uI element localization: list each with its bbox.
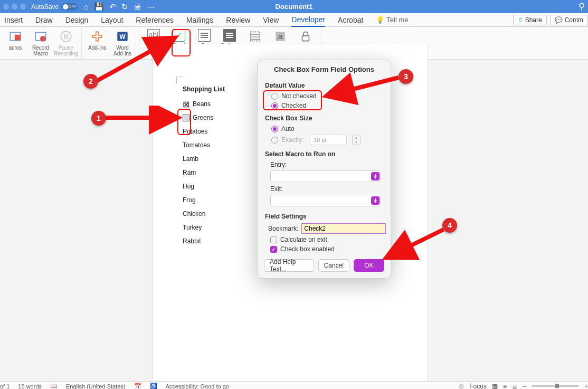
list-item-label: Lamb <box>183 155 198 163</box>
list-item[interactable]: Chicken <box>183 207 225 221</box>
titlebar: AutoSave OFF ⌂ 💾 ↶ ↻ 🖶 ⋯ Document1 ⚲ <box>0 0 588 13</box>
more-icon[interactable]: ⋯ <box>147 2 155 12</box>
list-item-label: Chicken <box>183 210 205 217</box>
bookmark-input[interactable] <box>301 223 386 234</box>
size-number-input[interactable]: 10 pt <box>310 135 347 145</box>
tab-mailings[interactable]: Mailings <box>186 14 213 26</box>
toggle-off-icon[interactable]: OFF <box>62 3 78 11</box>
list-item-label: Turkey <box>183 224 202 231</box>
entry-select[interactable]: ▴▾ <box>270 170 381 182</box>
tab-developer[interactable]: Developer <box>291 13 325 27</box>
pause-recording-button: Pause Recording <box>55 29 77 56</box>
list-item[interactable]: Rabbit <box>183 234 225 248</box>
annotation-redbox-default-value <box>263 90 322 110</box>
status-accessibility[interactable]: Accessibility: Good to go <box>166 383 229 390</box>
tab-view[interactable]: View <box>263 14 279 26</box>
tab-design[interactable]: Design <box>65 14 89 26</box>
web-layout-icon[interactable]: ≡ <box>503 383 507 390</box>
list-item[interactable]: Frog <box>183 193 225 207</box>
tab-references[interactable]: References <box>136 14 174 26</box>
focus-label[interactable]: Focus <box>469 383 487 390</box>
annotation-arrow-1 <box>98 106 182 135</box>
undo-icon[interactable]: ↶ <box>109 2 116 12</box>
svg-line-17 <box>95 40 172 82</box>
status-page[interactable]: of 1 <box>0 383 10 390</box>
visual-basic-button[interactable]: acros <box>4 29 26 51</box>
svg-point-4 <box>61 31 71 42</box>
focus-view-icon[interactable]: ⦾ <box>459 383 464 390</box>
search-icon[interactable]: ⚲ <box>578 1 585 12</box>
autosave-toggle[interactable]: AutoSave OFF <box>31 3 78 11</box>
ribbon-group-macros: acros Record Macro Pause Recording <box>0 27 82 59</box>
stepper-icon[interactable]: ▲▼ <box>352 135 361 145</box>
record-macro-button[interactable]: Record Macro <box>30 29 52 56</box>
svg-rect-15 <box>302 36 309 41</box>
tell-me[interactable]: 💡 Tell me <box>376 16 408 24</box>
minimize-window-icon[interactable] <box>12 4 17 10</box>
zoom-out-icon[interactable]: − <box>523 383 526 390</box>
window-controls[interactable] <box>3 4 26 10</box>
close-window-icon[interactable] <box>3 4 9 10</box>
comments-label: Comm <box>565 16 583 24</box>
tab-layout[interactable]: Layout <box>101 14 123 26</box>
pause-icon <box>58 29 74 44</box>
home-icon[interactable]: ⌂ <box>84 2 89 12</box>
list-item[interactable]: Turkey <box>183 221 225 234</box>
checkbox-size-heading: Check Box Size <box>258 110 391 124</box>
svg-point-3 <box>40 36 46 42</box>
status-words[interactable]: 15 words <box>18 383 42 390</box>
record-macro-label: Record Macro <box>32 45 49 56</box>
print-icon[interactable]: 🖶 <box>134 2 141 12</box>
checkbox-icon <box>270 236 277 243</box>
dropdown-icon: ▴▾ <box>371 196 380 205</box>
status-accessibility-icon[interactable]: ♿ <box>150 383 157 389</box>
share-icon: ⇧ <box>518 16 523 24</box>
record-icon <box>33 29 49 44</box>
calculate-on-exit-label: Calculate on exit <box>280 236 327 243</box>
status-dictation-icon[interactable]: 📅 <box>134 383 141 389</box>
combo-box-icon <box>198 29 211 42</box>
status-language[interactable]: English (United States) <box>66 383 126 390</box>
radio-auto[interactable]: Auto <box>258 124 391 134</box>
radio-exactly[interactable]: Exactly: 10 pt ▲▼ <box>258 134 391 146</box>
svg-text:a: a <box>278 32 282 41</box>
tab-review[interactable]: Review <box>226 14 250 26</box>
list-item-label: Tomatoes <box>183 141 210 149</box>
maximize-window-icon[interactable] <box>20 4 26 10</box>
radio-icon <box>271 137 278 144</box>
list-item[interactable]: Ram <box>183 166 225 179</box>
status-spell-icon[interactable]: 📖 <box>50 383 58 389</box>
svg-rect-1 <box>15 35 21 41</box>
zoom-in-icon[interactable]: + <box>584 383 588 390</box>
save-icon[interactable]: 💾 <box>94 2 104 12</box>
status-bar: of 1 15 words 📖 English (United States) … <box>0 381 588 389</box>
comments-button[interactable]: 💬 Comm <box>550 15 588 25</box>
tab-insert[interactable]: Insert <box>4 14 23 26</box>
annotation-arrow-2 <box>90 32 190 90</box>
check-box-enabled[interactable]: ✓ Check box enabled <box>258 244 391 254</box>
tab-draw[interactable]: Draw <box>35 14 53 26</box>
list-item-label: Rabbit <box>183 238 201 245</box>
annotation-arrow-3 <box>319 71 409 106</box>
zoom-slider[interactable] <box>532 385 579 387</box>
tab-acrobat[interactable]: Acrobat <box>338 14 363 26</box>
list-item-label: Ram <box>183 169 196 176</box>
outline-view-icon[interactable]: ≣ <box>512 383 517 390</box>
redo-icon[interactable]: ↻ <box>121 2 128 12</box>
shading-icon: a <box>272 29 288 44</box>
bookmark-label: Bookmark: <box>268 225 298 232</box>
calculate-on-exit[interactable]: Calculate on exit <box>258 235 391 244</box>
macros-label: acros <box>9 45 22 51</box>
list-item[interactable]: Tomatoes <box>183 138 225 152</box>
print-layout-icon[interactable]: ▦ <box>492 383 498 390</box>
svg-rect-5 <box>64 34 65 39</box>
add-help-text-button[interactable]: Add Help Text... <box>264 259 314 272</box>
checkbox-checked-icon[interactable]: ⊠ <box>183 101 189 108</box>
ribbon-tabs: Insert Draw Design Layout References Mai… <box>0 13 588 27</box>
share-button[interactable]: ⇧ Share <box>513 15 547 25</box>
list-item[interactable]: Hog <box>183 179 225 193</box>
list-item[interactable]: Lamb <box>183 152 225 166</box>
autosave-label: AutoSave <box>31 3 59 11</box>
cancel-button[interactable]: Cancel <box>318 259 349 272</box>
exit-select[interactable]: ▴▾ <box>270 195 381 206</box>
